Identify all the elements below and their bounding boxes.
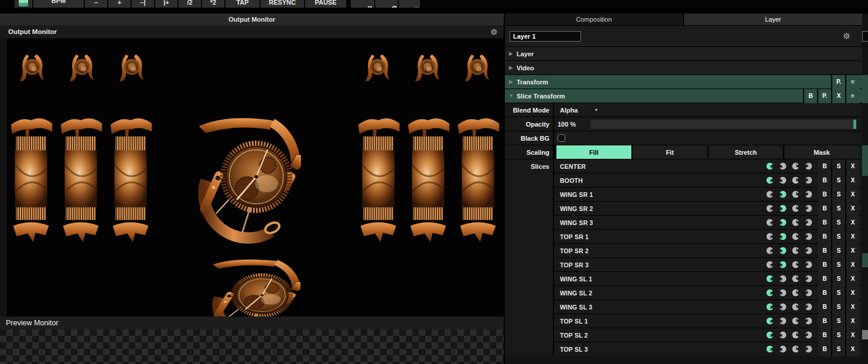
orientation-0-icon[interactable] [766,317,774,325]
slice-bypass-button[interactable]: B [818,314,831,328]
section-video[interactable]: ▶ Video [505,60,862,74]
slice-delete-button[interactable]: X [846,244,859,258]
orientation-2-icon[interactable] [792,162,799,170]
slice-solo-button[interactable]: S [832,174,845,188]
beat-shift-forward-button[interactable]: |+ [155,0,177,8]
orientation-1-icon[interactable] [779,190,787,198]
slice-delete-button[interactable]: X [846,174,859,188]
orientation-3-icon[interactable] [805,233,812,240]
pause-button[interactable]: PAUSE [305,0,346,8]
slice-solo-button[interactable]: S [832,300,845,314]
bypass-button[interactable]: B [804,89,817,103]
slice-row[interactable]: WING SR 2 B S X [554,201,862,215]
slice-delete-button[interactable]: X [846,258,859,272]
slice-row[interactable]: CENTER B S X [554,159,862,173]
menu-icon[interactable]: ≡ [846,89,859,103]
orientation-3-icon[interactable] [805,275,812,283]
layer-settings-gear-icon[interactable] [843,32,850,40]
orientation-0-icon[interactable] [766,289,774,297]
slice-row[interactable]: WING SR 3 B S X [554,215,862,229]
tab-layer[interactable]: Layer [684,13,862,25]
orientation-3-icon[interactable] [805,190,812,198]
remove-effect-button[interactable]: X [832,89,845,103]
slice-bypass-button[interactable]: B [818,342,831,356]
orientation-1-icon[interactable] [779,247,787,254]
orientation-3-icon[interactable] [805,317,812,325]
orientation-0-icon[interactable] [766,345,774,353]
bpm-double-button[interactable]: *2 [202,0,224,8]
orientation-1-icon[interactable] [779,261,787,268]
orientation-2-icon[interactable] [792,275,799,283]
slice-delete-button[interactable]: X [846,272,859,286]
orientation-0-icon[interactable] [766,303,774,311]
orientation-0-icon[interactable] [766,331,774,339]
slice-bypass-button[interactable]: B [818,159,831,174]
slice-row[interactable]: TOP SL 3 B S X [554,342,862,356]
orientation-1-icon[interactable] [779,289,787,297]
orientation-0-icon[interactable] [766,205,774,212]
params-button[interactable]: P. [832,75,845,89]
opacity-slider[interactable] [590,120,856,129]
orientation-2-icon[interactable] [792,345,799,353]
slice-delete-button[interactable]: X [846,300,859,314]
resync-button[interactable]: RESYNC [261,0,304,8]
slice-solo-button[interactable]: S [832,216,845,230]
orientation-0-icon[interactable] [766,233,774,240]
resync-downbeat-button[interactable] [375,0,398,8]
orientation-3-icon[interactable] [805,261,812,268]
orientation-1-icon[interactable] [779,345,787,353]
beat-shift-back-button[interactable]: –| [132,0,154,8]
orientation-2-icon[interactable] [792,176,799,184]
slice-delete-button[interactable]: X [846,230,859,244]
orientation-2-icon[interactable] [792,219,799,226]
slice-bypass-button[interactable]: B [818,230,831,244]
slice-bypass-button[interactable]: B [818,258,831,272]
slice-bypass-button[interactable]: B [818,300,831,314]
orientation-2-icon[interactable] [792,205,799,212]
section-slice-transform[interactable]: ▼ Slice Transform B P. X ≡ [505,89,862,103]
slice-row[interactable]: WING SL 1 B S X [554,271,862,285]
slice-bypass-button[interactable]: B [818,202,831,216]
slice-row[interactable]: TOP SR 1 B S X [554,229,862,243]
orientation-0-icon[interactable] [766,176,774,184]
orientation-3-icon[interactable] [805,205,812,212]
dropdown-arrow-icon[interactable]: ▼ [594,108,599,112]
slice-bypass-button[interactable]: B [818,286,831,300]
slice-delete-button[interactable]: X [846,342,859,356]
slice-row[interactable]: TOP SR 2 B S X [554,243,862,257]
slice-delete-button[interactable]: X [846,159,859,174]
slice-bypass-button[interactable]: B [818,188,831,202]
orientation-0-icon[interactable] [766,275,774,283]
slice-solo-button[interactable]: S [832,286,845,300]
menu-icon[interactable]: ≡ [846,75,859,89]
slice-delete-button[interactable]: X [846,328,859,342]
slice-row[interactable]: WING SR 1 B S X [554,187,862,201]
orientation-2-icon[interactable] [792,261,799,268]
section-layer[interactable]: ▶ Layer [505,46,862,60]
orientation-3-icon[interactable] [805,345,812,353]
slice-solo-button[interactable]: S [832,188,845,202]
orientation-1-icon[interactable] [779,233,787,240]
scaling-fill-button[interactable]: Fill [556,145,631,159]
orientation-1-icon[interactable] [779,219,787,226]
orientation-1-icon[interactable] [779,205,787,212]
orientation-1-icon[interactable] [779,176,787,184]
slice-delete-button[interactable]: X [846,188,859,202]
slice-delete-button[interactable]: X [846,202,859,216]
orientation-2-icon[interactable] [792,303,799,311]
orientation-3-icon[interactable] [805,219,812,226]
slice-solo-button[interactable]: S [832,244,845,258]
section-transform[interactable]: ▶ Transform P. ≡ [505,74,862,89]
slice-delete-button[interactable]: X [846,286,859,300]
slice-solo-button[interactable]: S [832,258,845,272]
blend-mode-dropdown[interactable]: Alpha [560,107,578,114]
orientation-2-icon[interactable] [792,233,799,240]
slice-row[interactable]: BOOTH B S X [554,173,862,187]
orientation-3-icon[interactable] [805,176,812,184]
orientation-3-icon[interactable] [805,289,812,297]
bpm-display[interactable]: BPM 120 [33,0,84,8]
orientation-0-icon[interactable] [766,247,774,254]
scaling-stretch-button[interactable]: Stretch [709,145,784,159]
slice-delete-button[interactable]: X [846,314,859,328]
bpm-half-button[interactable]: /2 [179,0,201,8]
